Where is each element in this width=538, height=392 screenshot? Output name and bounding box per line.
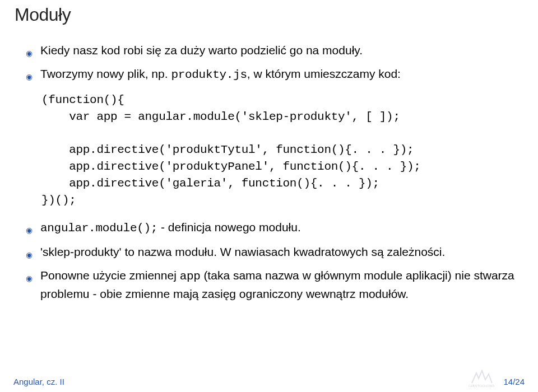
bullet-item: ◉ 'sklep-produkty' to nazwa modułu. W na…	[15, 244, 523, 260]
bullet-icon: ◉	[26, 48, 33, 59]
code-inline: angular.module();	[40, 222, 157, 235]
bullet-icon: ◉	[26, 249, 33, 260]
slide: Moduły ◉ Kiedy nasz kod robi się za duży…	[0, 0, 538, 392]
bullet-icon: ◉	[26, 273, 33, 284]
footer-left: Angular, cz. II	[13, 377, 64, 386]
bullet-icon: ◉	[26, 71, 33, 82]
bullet-text: Tworzymy nowy plik, np. produkty.js, w k…	[40, 66, 523, 83]
bullet-icon: ◉	[26, 225, 33, 236]
slide-title: Moduły	[15, 4, 523, 25]
text-fragment: , w którym umieszczamy kod:	[247, 67, 401, 80]
code-block: (function(){ var app = angular.module('s…	[41, 92, 523, 209]
bullet-text: angular.module(); - definicja nowego mod…	[40, 219, 523, 237]
bullet-item: ◉ Kiedy nasz kod robi się za duży warto …	[15, 42, 523, 59]
text-fragment: Tworzymy nowy plik, np.	[40, 67, 171, 80]
bullet-item: ◉ Tworzymy nowy plik, np. produkty.js, w…	[15, 66, 523, 83]
bullet-text: Kiedy nasz kod robi się za duży warto po…	[40, 42, 523, 59]
page-number: 14/24	[503, 377, 525, 386]
slide-content: ◉ Kiedy nasz kod robi się za duży warto …	[15, 42, 523, 302]
footer-right: CZĘSTOCHOWA 14/24	[469, 367, 525, 386]
code-inline: produkty.js	[171, 68, 247, 81]
bullet-item: ◉ Ponowne użycie zmiennej app (taka sama…	[15, 267, 523, 302]
bullet-text: 'sklep-produkty' to nazwa modułu. W nawi…	[40, 244, 523, 260]
text-fragment: Ponowne użycie zmiennej	[40, 269, 180, 282]
svg-text:CZĘSTOCHOWA: CZĘSTOCHOWA	[469, 384, 494, 388]
text-fragment: - definicja nowego modułu.	[157, 221, 301, 234]
bullet-text: Ponowne użycie zmiennej app (taka sama n…	[40, 267, 523, 302]
footer: Angular, cz. II CZĘSTOCHOWA 14/24	[0, 367, 538, 386]
logo-icon: CZĘSTOCHOWA	[469, 367, 494, 388]
code-inline: app	[180, 270, 201, 283]
bullet-item: ◉ angular.module(); - definicja nowego m…	[15, 219, 523, 237]
